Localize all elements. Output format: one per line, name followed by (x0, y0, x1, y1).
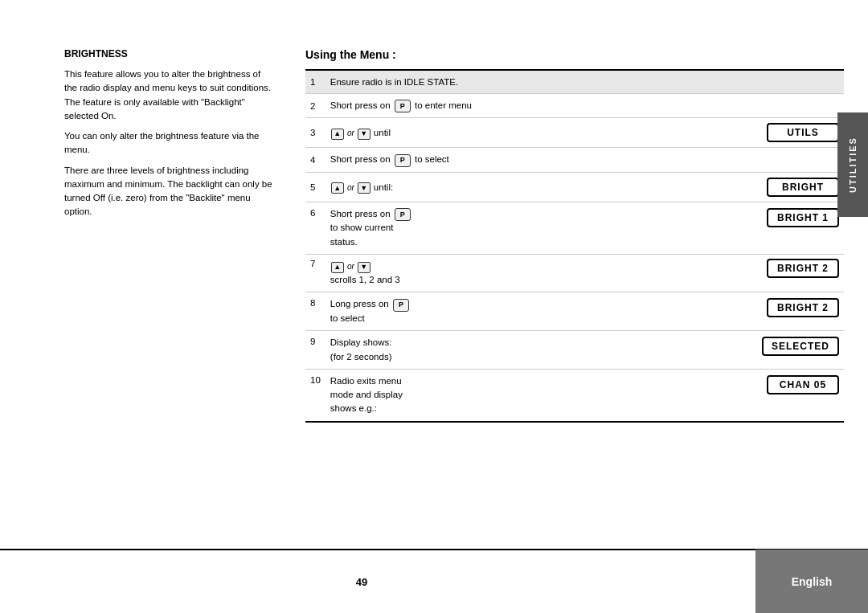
table-row: 8 Long press on P to select BRIGHT 2 (305, 292, 844, 331)
step-number: 6 (305, 202, 326, 254)
display-box-bright1: BRIGHT 1 (767, 208, 839, 227)
display-box-selected: SELECTED (762, 337, 839, 356)
table-row: 1 Ensure radio is in IDLE STATE. (305, 70, 844, 94)
page-number: 49 (0, 576, 755, 588)
table-row: 2 Short press on P to enter menu (305, 94, 844, 118)
display-cell: SELECTED (739, 331, 844, 370)
language-label: English (792, 575, 833, 588)
table-row: 10 Radio exits menu mode and display sho… (305, 369, 844, 421)
display-cell: BRIGHT 2 (739, 254, 844, 292)
step-number: 10 (305, 369, 326, 421)
or-text: or (347, 183, 357, 192)
display-cell: UTILS (739, 118, 844, 148)
step-desc: Radio exits menu mode and display shows … (326, 369, 739, 421)
or-text: or (347, 262, 357, 271)
up-arrow-icon: ▲ (331, 262, 344, 273)
or-text: or (347, 129, 357, 137)
display-cell: BRIGHT 2 (739, 292, 844, 331)
utilities-tab: UTILITIES (837, 112, 868, 217)
table-row: 6 Short press on P to show currentstatus… (305, 202, 844, 254)
left-column: BRIGHTNESS This feature allows you to al… (64, 48, 273, 589)
bottom-bar: 49 English (0, 549, 868, 613)
left-para-2: You can only alter the brightness featur… (64, 129, 273, 157)
down-arrow-icon: ▼ (358, 182, 371, 194)
display-cell: BRIGHT (739, 172, 844, 202)
step-desc: Display shows: (for 2 seconds) (326, 331, 739, 370)
step-desc: Short press on P to show currentstatus. (326, 202, 739, 254)
step-number: 8 (305, 292, 326, 331)
left-para-1: This feature allows you to alter the bri… (64, 67, 273, 123)
display-cell-empty (739, 148, 844, 172)
step-desc: Short press on P to select (326, 148, 739, 172)
step-desc: ▲ or ▼ until: (326, 172, 739, 202)
table-row: 7 ▲ or ▼ scrolls 1, 2 and 3 BRIGHT 2 (305, 254, 844, 292)
p-button-icon: P (395, 100, 411, 112)
display-box-bright2a: BRIGHT 2 (767, 259, 839, 278)
up-arrow-icon: ▲ (331, 182, 344, 194)
step-number: 2 (305, 94, 326, 118)
display-box-bright: BRIGHT (767, 178, 839, 197)
step-number: 5 (305, 172, 326, 202)
step-number: 3 (305, 118, 326, 148)
up-arrow-icon: ▲ (331, 129, 344, 140)
display-box-utils: UTILS (767, 123, 839, 142)
steps-table: 1 Ensure radio is in IDLE STATE. 2 Short… (305, 69, 844, 423)
display-cell-empty (739, 94, 844, 118)
step-desc: ▲ or ▼ until (326, 118, 739, 148)
table-row: 9 Display shows: (for 2 seconds) SELECTE… (305, 331, 844, 370)
step-number: 1 (305, 70, 326, 94)
step-desc: Long press on P to select (326, 292, 739, 331)
table-row: 5 ▲ or ▼ until: BRIGHT (305, 172, 844, 202)
display-box-chan: CHAN 05 (767, 375, 839, 394)
display-cell: BRIGHT 1 (739, 202, 844, 254)
step-number: 4 (305, 148, 326, 172)
display-box-bright2b: BRIGHT 2 (767, 298, 839, 317)
left-para-3: There are three levels of brightness inc… (64, 164, 273, 219)
right-column: Using the Menu : 1 Ensure radio is in ID… (305, 48, 844, 589)
step-desc: Ensure radio is in IDLE STATE. (326, 70, 844, 94)
table-row: 3 ▲ or ▼ until UTILS (305, 118, 844, 148)
language-tab: English (755, 550, 868, 613)
down-arrow-icon: ▼ (358, 129, 371, 140)
p-button-icon: P (393, 299, 409, 312)
table-row: 4 Short press on P to select (305, 148, 844, 172)
step-number: 9 (305, 331, 326, 370)
utilities-label: UTILITIES (848, 137, 858, 193)
p-button-icon: P (395, 154, 411, 167)
section-title: BRIGHTNESS (64, 48, 273, 59)
p-button-icon: P (395, 208, 411, 221)
step-desc: Short press on P to enter menu (326, 94, 739, 118)
step-number: 7 (305, 254, 326, 292)
step-desc: ▲ or ▼ scrolls 1, 2 and 3 (326, 254, 739, 292)
down-arrow-icon: ▼ (358, 262, 371, 273)
menu-title: Using the Menu : (305, 48, 844, 61)
display-cell: CHAN 05 (739, 369, 844, 421)
